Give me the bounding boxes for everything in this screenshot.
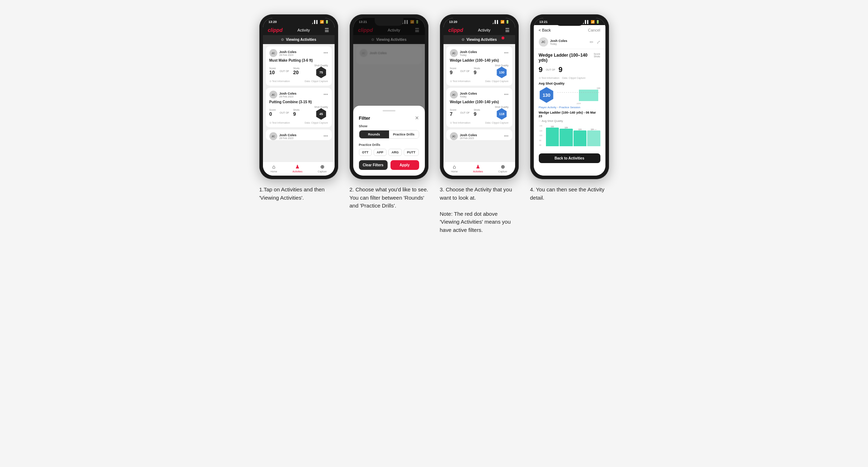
bar-item-3-4: 124 [574, 128, 587, 146]
shots-val-3-1: 9 [474, 70, 480, 75]
card-date-1-2: 28 Feb 2023 [279, 95, 323, 98]
viewing-bar-3[interactable]: ⚙ Viewing Activities [443, 35, 515, 44]
activity-card-3-3[interactable]: JC Josh Coles 28 Feb 2023 ••• [446, 129, 512, 140]
card-date-3-3: 28 Feb 2023 [460, 137, 504, 139]
card-date-3-2: Today [460, 95, 504, 98]
avatar-3-1: JC [450, 49, 458, 57]
card-date-3-1: Today [460, 54, 504, 56]
activity-card-1-2[interactable]: JC Josh Coles 28 Feb 2023 ••• Putting Co… [266, 88, 332, 127]
bar-rect-4-4 [587, 130, 600, 146]
wifi-icon-1: 📶 [320, 20, 324, 24]
outof-1-1: OUT OF [280, 70, 289, 72]
card-name-1-2: Josh Coles [279, 92, 323, 95]
back-button-4[interactable]: < Back [539, 28, 551, 32]
card-dots-3-3[interactable]: ••• [504, 134, 509, 139]
mini-chart-svg-4 [557, 90, 600, 101]
home-label-3: Home [451, 170, 458, 173]
quality-hex-1-2: 45 [315, 108, 327, 120]
pill-app-2[interactable]: APP [374, 149, 387, 156]
apply-button-2[interactable]: Apply [390, 160, 419, 170]
capture-icon-3: ⊕ [501, 164, 505, 170]
bar-chart-4: 140 120 100 80 60 132 [539, 125, 600, 146]
pill-arg-2[interactable]: ARG [388, 149, 402, 156]
capture-label-1: Capture [318, 170, 327, 173]
filter-sheet-2: Filter ✕ Show Rounds Practice Drills Pra… [353, 106, 425, 176]
card-name-group-1-1: Josh Coles 28 Feb 2023 [279, 50, 323, 56]
phone-frame-2: 13:21 ▌▌▌ 📶 🔋 clippd Activity ☰ ⚙ Vi [350, 14, 428, 179]
detail-user-row-4: JC Josh Coles Today ✏ ⤢ [534, 35, 605, 49]
status-icons-3: ▌▌▌ 📶 🔋 [492, 20, 509, 24]
quality-label-3-2: Shot Quality [495, 106, 508, 108]
detail-user-name-4: Josh Coles [550, 39, 567, 43]
session-label-4: Practice Session [559, 106, 580, 109]
clear-filters-button-2[interactable]: Clear Filters [359, 160, 388, 170]
nav-home-1[interactable]: ⌂ Home [270, 164, 277, 173]
activities-label-3: Activities [473, 170, 483, 173]
filter-icon-3: ⚙ [461, 38, 465, 42]
menu-icon-3[interactable]: ☰ [505, 27, 510, 33]
card-dots-1-1[interactable]: ••• [323, 51, 328, 56]
caption-4: 4. You can then see the Activity detail. [530, 186, 609, 202]
activity-link-4: Player Activity › Practice Session [539, 106, 600, 109]
score-val-1-2: 0 [269, 111, 276, 117]
screen-content-1: JC Josh Coles 28 Feb 2023 ••• Must Make … [263, 44, 335, 162]
menu-icon-1[interactable]: ☰ [325, 27, 329, 33]
bar-rect-3-4 [574, 130, 587, 146]
history-subtitle-4: ··· Avg Shot Quality [539, 119, 600, 123]
card-dots-1-2[interactable]: ••• [323, 92, 328, 97]
card-dots-1-3[interactable]: ••• [323, 134, 328, 139]
activity-card-3-2[interactable]: JC Josh Coles Today ••• Wedge Ladder (10… [446, 88, 512, 127]
home-icon-3: ⌂ [453, 164, 456, 170]
nav-home-3[interactable]: ⌂ Home [451, 164, 458, 173]
footer-right-1-2: Data: Clippd Capture [304, 121, 328, 124]
card-dots-3-2[interactable]: ••• [504, 92, 509, 97]
phone-column-4: 13:21 ▌▌▌ 📶 🔋 < Back Cancel JC [530, 14, 609, 202]
outof-1-2: OUT OF [280, 111, 289, 114]
card-name-1-1: Josh Coles [279, 50, 323, 54]
red-dot-3 [502, 37, 504, 39]
filter-header-2: Filter ✕ [359, 115, 419, 121]
activities-icon-3: ♟ [476, 164, 480, 170]
shots-val-1-1: 20 [293, 70, 299, 75]
avatar-1-3: JC [269, 132, 277, 140]
svg-rect-0 [579, 90, 598, 101]
logo-1: clippd [268, 27, 283, 33]
shots-label-3-1: Shots [474, 67, 480, 70]
caption-1: 1.Tap on Activities and then 'Viewing Ac… [259, 186, 338, 202]
outof-3-2: OUT OF [460, 111, 470, 114]
cancel-button-4[interactable]: Cancel [588, 28, 600, 32]
edit-icon-4[interactable]: ✏ [590, 39, 594, 45]
wifi-icon-3: 📶 [500, 20, 504, 24]
phone-column-3: 13:20 ▌▌▌ 📶 🔋 clippd Activity ☰ ⚙ Vi [440, 14, 519, 234]
footer-right-3-2: Data: Clippd Capture [485, 121, 508, 124]
status-icons-1: ▌▌▌ 📶 🔋 [312, 20, 329, 24]
wifi-icon-4: 📶 [591, 20, 595, 24]
bar-item-1-4: 132 [546, 125, 559, 146]
expand-icon-4[interactable]: ⤢ [596, 39, 600, 45]
activity-card-1-1[interactable]: JC Josh Coles 28 Feb 2023 ••• Must Make … [266, 46, 332, 86]
caption-3: 3. Choose the Activity that you want to … [440, 186, 519, 234]
nav-capture-1[interactable]: ⊕ Capture [318, 164, 327, 173]
close-icon-2[interactable]: ✕ [415, 115, 419, 121]
pill-putt-2[interactable]: PUTT [404, 149, 419, 156]
card-title-1-2: Putting Combine (3-15 ft) [269, 100, 328, 104]
activity-card-1-3[interactable]: JC Josh Coles 28 Feb 2023 ••• [266, 129, 332, 140]
viewing-bar-1[interactable]: ⚙ Viewing Activities [263, 35, 335, 44]
pill-ott-2[interactable]: OTT [359, 149, 372, 156]
score-val-3-2: 7 [450, 111, 456, 117]
nav-activities-3[interactable]: ♟ Activities [473, 164, 483, 173]
capture-icon-1: ⊕ [320, 164, 325, 170]
tab-practice-drills-2[interactable]: Practice Drills [389, 130, 419, 138]
activity-card-3-1[interactable]: JC Josh Coles Today ••• Wedge Ladder (10… [446, 46, 512, 86]
phone-notch-2 [375, 18, 403, 26]
status-time-3: 13:20 [449, 20, 457, 24]
back-to-activities-button-4[interactable]: Back to Activities [539, 153, 600, 163]
nav-capture-3[interactable]: ⊕ Capture [498, 164, 507, 173]
battery-icon-1: 🔋 [325, 20, 329, 24]
shots-label-3-2: Shots [474, 109, 480, 111]
nav-activities-1[interactable]: ♟ Activities [293, 164, 303, 173]
show-label-2: Show [359, 124, 419, 128]
score-val-3-1: 9 [450, 70, 456, 75]
card-dots-3-1[interactable]: ••• [504, 51, 509, 56]
tab-rounds-2[interactable]: Rounds [359, 130, 389, 138]
